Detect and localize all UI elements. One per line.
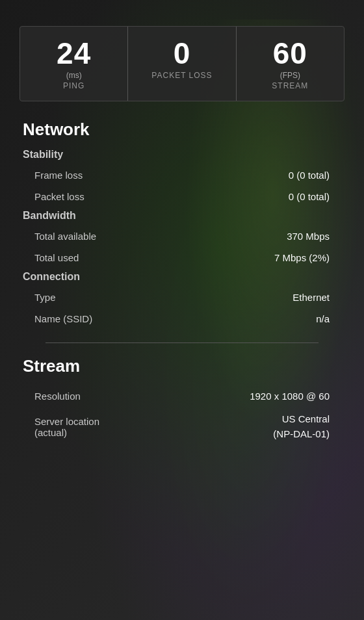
- bandwidth-title: Bandwidth: [23, 210, 341, 222]
- stream-label: STREAM: [243, 81, 337, 90]
- ping-cell: 24 (ms) PING: [20, 27, 128, 101]
- server-location-value: US Central(NP-DAL-01): [273, 412, 330, 441]
- packet-loss-row: Packet loss 0 (0 total): [23, 186, 341, 207]
- total-available-label: Total available: [34, 231, 96, 242]
- main-panel: 24 (ms) PING 0 PACKET LOSS 60 (FPS) STRE…: [0, 26, 364, 620]
- connection-type-label: Type: [34, 292, 56, 303]
- total-used-label: Total used: [34, 252, 79, 263]
- ssid-value: n/a: [316, 313, 330, 324]
- stream-value: 60: [243, 38, 337, 68]
- content-area: Network Stability Frame loss 0 (0 total)…: [0, 101, 364, 465]
- ssid-label: Name (SSID): [34, 313, 92, 324]
- server-location-row: Server location(actual) US Central(NP-DA…: [23, 407, 341, 446]
- total-available-row: Total available 370 Mbps: [23, 226, 341, 247]
- resolution-value: 1920 x 1080 @ 60: [250, 391, 330, 402]
- stream-unit: (FPS): [243, 71, 337, 80]
- resolution-row: Resolution 1920 x 1080 @ 60: [23, 385, 341, 407]
- ping-unit: (ms): [27, 71, 121, 80]
- server-location-label: Server location(actual): [34, 416, 99, 438]
- packet-loss-cell: 0 PACKET LOSS: [128, 27, 236, 101]
- packet-loss-value: 0: [135, 38, 229, 68]
- ping-label: PING: [27, 81, 121, 90]
- stream-title: Stream: [23, 356, 341, 376]
- stream-cell: 60 (FPS) STREAM: [237, 27, 344, 101]
- section-divider: [46, 342, 318, 343]
- total-used-row: Total used 7 Mbps (2%): [23, 247, 341, 268]
- frame-loss-label: Frame loss: [34, 170, 83, 181]
- packet-loss-row-value: 0 (0 total): [289, 191, 330, 202]
- ping-value: 24: [27, 38, 121, 68]
- packet-loss-label: PACKET LOSS: [135, 71, 229, 80]
- total-available-value: 370 Mbps: [287, 231, 330, 242]
- ssid-row: Name (SSID) n/a: [23, 308, 341, 329]
- packet-loss-row-label: Packet loss: [34, 191, 84, 202]
- stats-bar: 24 (ms) PING 0 PACKET LOSS 60 (FPS) STRE…: [20, 26, 344, 101]
- frame-loss-value: 0 (0 total): [289, 170, 330, 181]
- stability-title: Stability: [23, 149, 341, 161]
- connection-type-row: Type Ethernet: [23, 287, 341, 308]
- connection-type-value: Ethernet: [292, 292, 330, 303]
- resolution-label: Resolution: [34, 391, 81, 402]
- connection-title: Connection: [23, 271, 341, 283]
- total-used-value: 7 Mbps (2%): [274, 252, 330, 263]
- frame-loss-row: Frame loss 0 (0 total): [23, 164, 341, 186]
- network-title: Network: [23, 120, 341, 140]
